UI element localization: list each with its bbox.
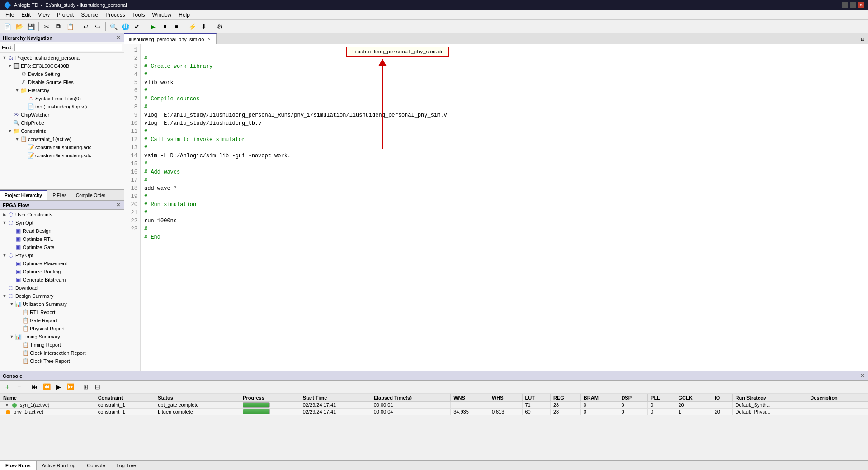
- uc-expand[interactable]: ▶: [2, 212, 7, 217]
- ts-expand[interactable]: ▼: [9, 334, 14, 339]
- toolbar-stop1[interactable]: ⏸: [159, 21, 170, 32]
- flow-optimize-gate[interactable]: ▣ Optimize Gate: [0, 243, 124, 251]
- flow-clock-tree-report[interactable]: 📋 Clock Tree Report: [0, 357, 124, 365]
- flow-timing-summary[interactable]: ▼ 📊 Timing Summary: [0, 333, 124, 341]
- toolbar-cut[interactable]: ✂: [41, 21, 52, 32]
- tree-disable-source[interactable]: ✗ Disable Source Files: [0, 78, 124, 86]
- console-tab-console[interactable]: Console: [81, 461, 111, 470]
- syn-expand[interactable]: ▼: [2, 221, 7, 225]
- hierarchy-close[interactable]: ✕: [115, 35, 121, 41]
- flow-read-design[interactable]: ▣ Read Design: [0, 227, 124, 235]
- menu-process[interactable]: Process: [102, 10, 128, 19]
- toolbar-new[interactable]: 📄: [2, 21, 13, 32]
- toolbar-hierarchy[interactable]: 🌐: [120, 21, 131, 32]
- flow-syn-opt[interactable]: ▼ ⬡ Syn Opt: [0, 219, 124, 227]
- console-view2[interactable]: ⊟: [92, 381, 103, 392]
- table-row[interactable]: ▼ syn_1(active) constraint_1 opt_gate co…: [0, 402, 868, 409]
- toolbar-find[interactable]: 🔍: [108, 21, 119, 32]
- menu-source[interactable]: Source: [77, 10, 102, 19]
- tree-constraint-file-2[interactable]: 📝 constrain/liushuideng.sdc: [0, 151, 124, 160]
- flow-generate-bitstream[interactable]: ▣ Generate Bitstream: [0, 276, 124, 284]
- toolbar-bitstream[interactable]: ⚡: [187, 21, 198, 32]
- tree-constraints[interactable]: ▼ 📁 Constraints: [0, 127, 124, 135]
- console-close[interactable]: ✕: [859, 373, 865, 379]
- editor-tab-close[interactable]: ✕: [206, 36, 212, 42]
- menu-view[interactable]: View: [34, 10, 53, 19]
- console-tab-flow-runs[interactable]: Flow Runs: [0, 461, 37, 470]
- tree-constraint1[interactable]: ▼ 📋 constraint_1(active): [0, 135, 124, 143]
- menu-file[interactable]: File: [2, 10, 18, 19]
- flow-design-summary[interactable]: ▼ ⬡ Design Summary: [0, 292, 124, 300]
- editor-tab-active[interactable]: liushuideng_personal_phy_sim.do ✕: [124, 33, 217, 44]
- console-view1[interactable]: ⊞: [80, 381, 91, 392]
- row2-expand[interactable]: phy_1(active): [0, 409, 95, 415]
- flow-optimize-rtl[interactable]: ▣ Optimize RTL: [0, 235, 124, 243]
- code-area[interactable]: # # Create work library # vlib work # # …: [141, 44, 868, 371]
- flow-rtl-report[interactable]: 📋 RTL Report: [0, 308, 124, 316]
- row1-expand[interactable]: ▼ syn_1(active): [0, 402, 95, 409]
- tree-device-setting[interactable]: ⚙ Device Setting: [0, 70, 124, 78]
- toolbar-open[interactable]: 📂: [14, 21, 24, 32]
- flow-download[interactable]: ⬡ Download: [0, 284, 124, 292]
- tree-top[interactable]: 📄 top ( liushuideng/top.v ): [0, 103, 124, 111]
- console-remove[interactable]: −: [14, 381, 24, 392]
- ds-expand[interactable]: ▼: [2, 294, 7, 298]
- tab-compile-order[interactable]: Compile Order: [71, 190, 110, 200]
- row1-expand-icon[interactable]: ▼: [3, 402, 11, 408]
- console-tab-active-run-log[interactable]: Active Run Log: [37, 461, 82, 470]
- phy-expand[interactable]: ▼: [2, 253, 7, 258]
- tree-project[interactable]: ▼ 🗂 Project: liushuideng_personal: [0, 54, 124, 62]
- find-input[interactable]: [14, 44, 122, 51]
- console-prev[interactable]: ⏪: [41, 381, 52, 392]
- chip-expand-icon[interactable]: ▼: [7, 64, 13, 68]
- maximize-button[interactable]: □: [850, 2, 856, 8]
- console-tab-log-tree[interactable]: Log Tree: [111, 461, 142, 470]
- menu-tools[interactable]: Tools: [129, 10, 149, 19]
- toolbar-settings[interactable]: ⚙: [214, 21, 225, 32]
- toolbar-save[interactable]: 💾: [25, 21, 36, 32]
- hierarchy-expand-icon[interactable]: ▼: [14, 88, 20, 93]
- menu-help[interactable]: Help: [175, 10, 193, 19]
- tree-chipwatcher[interactable]: 👁 ChipWatcher: [0, 111, 124, 119]
- flow-utilization-summary[interactable]: ▼ 📊 Utilization Summary: [0, 300, 124, 308]
- menu-project[interactable]: Project: [53, 10, 77, 19]
- flow-gate-report[interactable]: 📋 Gate Report: [0, 316, 124, 324]
- toolbar-program[interactable]: ⬇: [198, 21, 209, 32]
- project-expand-icon[interactable]: ▼: [2, 56, 7, 60]
- toolbar-stop2[interactable]: ⏹: [171, 21, 182, 32]
- tree-syntax-errors[interactable]: ⚠ Syntax Error Files(0): [0, 94, 124, 103]
- tree-constraint-file-1[interactable]: 📝 constrain/liushuideng.adc: [0, 143, 124, 151]
- flow-clock-intersection-report[interactable]: 📋 Clock Intersection Report: [0, 349, 124, 357]
- flow-timing-report[interactable]: 📋 Timing Report: [0, 341, 124, 349]
- tab-project-hierarchy[interactable]: Project Hierarchy: [0, 190, 47, 200]
- toolbar-undo[interactable]: ↩: [80, 21, 91, 32]
- toolbar-copy[interactable]: ⧉: [53, 21, 64, 32]
- tree-chip[interactable]: ▼ 🔲 EF3::EF3L90CG400B: [0, 62, 124, 70]
- console-play[interactable]: ▶: [53, 381, 64, 392]
- constraints-expand-icon[interactable]: ▼: [7, 129, 13, 133]
- flow-optimize-routing[interactable]: ▣ Optimize Routing: [0, 268, 124, 276]
- fpga-close[interactable]: ✕: [115, 202, 121, 208]
- console-add[interactable]: +: [2, 381, 13, 392]
- toolbar-check[interactable]: ✔: [132, 21, 142, 32]
- flow-user-constraints[interactable]: ▶ ⬡ User Constraints: [0, 211, 124, 219]
- toolbar-run[interactable]: ▶: [147, 21, 158, 32]
- constraint1-expand-icon[interactable]: ▼: [14, 137, 20, 141]
- menu-window[interactable]: Window: [149, 10, 175, 19]
- tree-hierarchy[interactable]: ▼ 📁 Hierarchy: [0, 86, 124, 94]
- toolbar-redo[interactable]: ↪: [92, 21, 103, 32]
- menu-edit[interactable]: Edit: [18, 10, 34, 19]
- close-button[interactable]: ✕: [858, 2, 864, 8]
- console-first[interactable]: ⏮: [29, 381, 40, 392]
- tab-ip-files[interactable]: IP Files: [47, 190, 71, 200]
- console-next[interactable]: ⏩: [65, 381, 75, 392]
- flow-optimize-placement[interactable]: ▣ Optimize Placement: [0, 259, 124, 268]
- flow-physical-report[interactable]: 📋 Physical Report: [0, 324, 124, 333]
- minimize-button[interactable]: ─: [842, 2, 848, 8]
- tree-chipprobe[interactable]: 🔍 ChipProbe: [0, 119, 124, 127]
- table-row[interactable]: phy_1(active) constraint_1 bitgen comple…: [0, 409, 868, 415]
- us-expand[interactable]: ▼: [9, 302, 14, 306]
- flow-phy-opt[interactable]: ▼ ⬡ Phy Opt: [0, 251, 124, 259]
- editor-maximize[interactable]: ⊡: [857, 33, 868, 44]
- toolbar-paste[interactable]: 📋: [65, 21, 75, 32]
